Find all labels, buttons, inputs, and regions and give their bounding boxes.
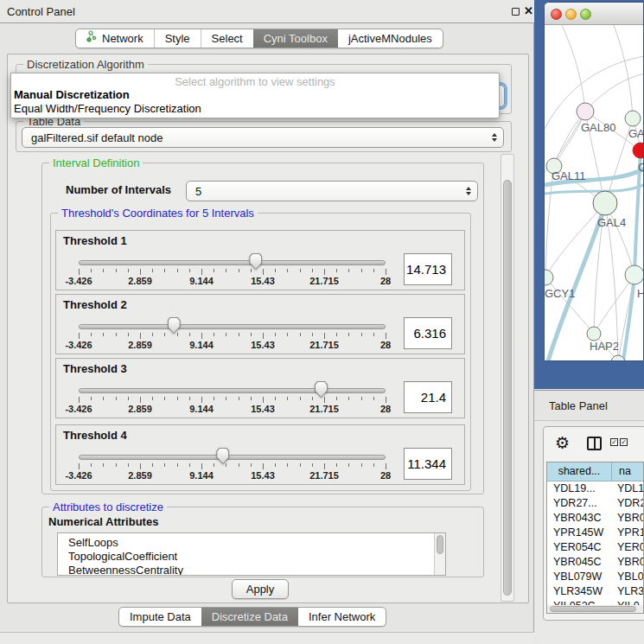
cell-name[interactable]: YPR1: [612, 526, 643, 540]
table-row[interactable]: YLR345WYLR3: [547, 584, 643, 599]
table-panel-titlebar: Table Panel: [534, 390, 644, 421]
slider-thumb[interactable]: [315, 381, 328, 398]
tab-jactivemnodules[interactable]: jActiveMNodules: [338, 29, 443, 48]
threshold-4-value-field[interactable]: 11.344: [404, 448, 452, 480]
numerical-attributes-list[interactable]: SelfLoopsTopologicalCoefficientBetweenne…: [57, 532, 446, 576]
threshold-3-slider[interactable]: [79, 388, 386, 393]
cell-shared-name[interactable]: YDR27...: [547, 496, 612, 511]
split-view-icon[interactable]: [587, 437, 602, 450]
table-horizontal-scrollbar[interactable]: [547, 605, 643, 613]
attribute-list-item[interactable]: SelfLoops: [58, 536, 445, 550]
cell-name[interactable]: YER0: [612, 540, 643, 555]
slider-thumb[interactable]: [168, 317, 181, 334]
tab-impute-data[interactable]: Impute Data: [119, 608, 201, 626]
node-gal4[interactable]: [593, 191, 617, 215]
checkbox-icon[interactable]: ✓: [610, 438, 618, 446]
tab-network[interactable]: Network: [76, 29, 154, 48]
cell-shared-name[interactable]: YIL052C: [547, 599, 612, 605]
network-window-titlebar[interactable]: [545, 3, 643, 25]
node-table[interactable]: shared... na YDL19...YDL1YDR27...YDR2YBR…: [546, 462, 644, 614]
slider-tick: [201, 463, 202, 469]
threshold-3-value-field[interactable]: 21.4: [404, 381, 452, 413]
tab-discretize-data[interactable]: Discretize Data: [201, 608, 298, 626]
table-row[interactable]: YBR043CYBR0: [547, 511, 643, 526]
table-row[interactable]: YBR045CYBR0: [547, 555, 643, 570]
label-hap2: HAP2: [590, 340, 619, 353]
tab-cyni-toolbox[interactable]: Cyni Toolbox: [253, 29, 338, 48]
cell-name[interactable]: YLR3: [612, 584, 643, 599]
cell-name[interactable]: YDL1: [612, 481, 643, 496]
cell-shared-name[interactable]: YDL19...: [547, 481, 612, 496]
threshold-4-panel: Threshold 4 -3.4262.8599.14415.4321.7152…: [55, 424, 465, 485]
slider-tick: [79, 269, 80, 275]
slider-tick: [386, 463, 386, 469]
cell-shared-name[interactable]: YBR043C: [547, 511, 612, 526]
node-gal80[interactable]: [577, 103, 594, 120]
column-header-name[interactable]: na: [612, 462, 643, 481]
cell-name[interactable]: YBR0: [612, 511, 643, 526]
mac-close-button[interactable]: [551, 9, 562, 20]
slider-tick: [251, 333, 252, 336]
close-icon[interactable]: ✕: [524, 4, 533, 17]
cell-shared-name[interactable]: YBL079W: [547, 570, 612, 584]
tab-infer-network[interactable]: Infer Network: [298, 608, 386, 626]
network-canvas[interactable]: GAL80 GA C GAL11 GAL4 GCY1 H HAP2: [545, 25, 644, 361]
checkbox-icon[interactable]: ✓: [620, 438, 628, 446]
slider-tick: [128, 333, 129, 336]
mac-zoom-button[interactable]: [580, 9, 591, 20]
threshold-4-slider[interactable]: [79, 455, 386, 460]
tab-select[interactable]: Select: [201, 29, 253, 48]
gear-icon[interactable]: ⚙: [555, 433, 570, 453]
cell-shared-name[interactable]: YBR045C: [547, 555, 612, 570]
node-top-right[interactable]: [625, 111, 641, 126]
slider-thumb[interactable]: [216, 448, 229, 464]
cell-shared-name[interactable]: YER054C: [547, 540, 612, 555]
table-data-combobox[interactable]: galFiltered.sif default node: [22, 127, 504, 148]
slider-thumb[interactable]: [249, 253, 262, 270]
option-manual-discretization[interactable]: Manual Discretization: [11, 88, 499, 102]
list-scrollbar[interactable]: [434, 533, 445, 575]
threshold-2-slider[interactable]: [79, 324, 386, 329]
scrollbar-thumb[interactable]: [503, 180, 512, 596]
scrollbar-thumb[interactable]: [550, 606, 636, 612]
node-hap2[interactable]: [587, 327, 601, 341]
table-row[interactable]: YBL079WYBL0: [547, 570, 643, 584]
slider-tick: [226, 463, 226, 467]
algorithm-hint-option[interactable]: Select algorithm to view settings: [11, 73, 499, 88]
cell-shared-name[interactable]: YLR345W: [547, 584, 612, 599]
cell-name[interactable]: YIL0: [612, 599, 643, 605]
tab-style[interactable]: Style: [154, 29, 201, 48]
threshold-1-value-field[interactable]: 14.713: [404, 253, 452, 285]
table-row[interactable]: YDL19...YDL1: [547, 481, 643, 496]
node-red-selected[interactable]: [633, 143, 644, 158]
cell-shared-name[interactable]: YPR145W: [547, 526, 612, 540]
threshold-1-slider[interactable]: [79, 260, 386, 265]
control-panel-tabs: Network Style Select Cyni Toolbox jActiv…: [75, 29, 443, 48]
number-of-intervals-combobox[interactable]: 5: [186, 181, 478, 201]
label-gcy1: GCY1: [545, 287, 575, 300]
table-row[interactable]: YDR27...YDR2: [547, 496, 643, 511]
table-row[interactable]: YPR145WYPR1: [547, 526, 643, 540]
table-row[interactable]: YIL052CYIL0: [547, 599, 643, 605]
option-equal-width-frequency[interactable]: Equal Width/Frequency Discretization: [11, 102, 499, 116]
threshold-2-value-field[interactable]: 6.316: [404, 317, 452, 349]
scrollbar-thumb[interactable]: [437, 535, 443, 554]
apply-button[interactable]: Apply: [232, 579, 289, 599]
column-header-shared-name[interactable]: shared...: [547, 462, 612, 481]
attribute-list-item[interactable]: BetweennessCentrality: [58, 564, 445, 576]
cell-name[interactable]: YDR2: [612, 496, 643, 511]
settings-vertical-scrollbar[interactable]: [501, 154, 514, 602]
slider-tick: [239, 463, 239, 467]
slider-tick: [373, 269, 374, 272]
slider-tick: [189, 397, 190, 400]
attribute-list-item[interactable]: TopologicalCoefficient: [58, 550, 445, 564]
slider-tick: [361, 463, 362, 467]
node-gcy1[interactable]: [545, 270, 553, 285]
mac-minimize-button[interactable]: [565, 9, 577, 20]
float-window-icon[interactable]: [512, 8, 520, 16]
cell-name[interactable]: YBL0: [612, 570, 643, 584]
slider-tick: [312, 397, 313, 400]
node-h[interactable]: [625, 265, 644, 284]
cell-name[interactable]: YBR0: [612, 555, 643, 570]
table-row[interactable]: YER054CYER0: [547, 540, 643, 555]
